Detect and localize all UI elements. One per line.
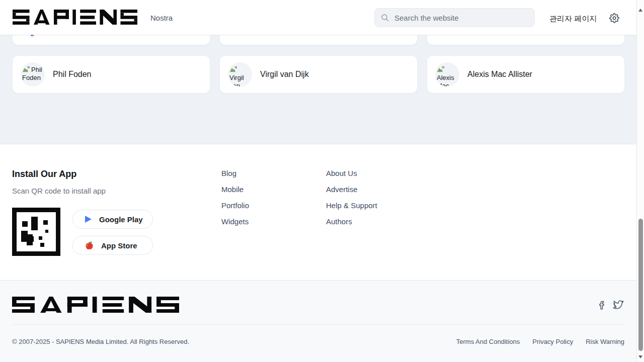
twitter-icon[interactable] bbox=[613, 300, 624, 312]
avatar: Virgil van Dijk bbox=[228, 62, 252, 86]
player-name: Alexis Mac Allister bbox=[467, 70, 532, 79]
privacy-link[interactable]: Privacy Policy bbox=[532, 338, 573, 345]
install-app-subtext: Scan QR code to install app bbox=[12, 187, 106, 195]
footer-link-help-support[interactable]: Help & Support bbox=[326, 201, 377, 210]
scroll-down-arrow-icon[interactable] bbox=[638, 355, 642, 358]
broken-image-icon bbox=[229, 66, 237, 72]
nav-link-nostra[interactable]: Nostra bbox=[150, 14, 173, 22]
scrollbar-thumb[interactable] bbox=[638, 219, 643, 351]
avatar-alt-text: Alexis Mac Allister bbox=[437, 74, 456, 86]
facebook-icon[interactable] bbox=[597, 300, 606, 312]
admin-page-link[interactable]: 관리자 페이지 bbox=[549, 14, 597, 24]
scrollbar[interactable] bbox=[636, 0, 644, 362]
clipped-broken-image-icon bbox=[31, 35, 34, 36]
avatar: Alexis Mac Allister bbox=[435, 62, 459, 86]
search-box[interactable] bbox=[374, 8, 535, 27]
site-logo[interactable]: SAPIENS bbox=[13, 10, 137, 27]
player-name: Virgil van Dijk bbox=[260, 70, 309, 79]
footer-logo[interactable]: SAPIENS bbox=[12, 297, 179, 315]
page: Phil Foden Phil Foden Virgil van Dijk Vi… bbox=[0, 0, 644, 362]
player-name: Phil Foden bbox=[53, 70, 92, 79]
footer-link-about-us[interactable]: About Us bbox=[326, 169, 357, 177]
play-icon bbox=[85, 216, 92, 223]
bottom-bar-background bbox=[0, 280, 636, 362]
footer-link-mobile[interactable]: Mobile bbox=[221, 185, 244, 194]
footer-link-advertise[interactable]: Advertise bbox=[326, 185, 358, 194]
footer-link-blog[interactable]: Blog bbox=[221, 169, 236, 177]
avatar: Phil Foden bbox=[21, 62, 45, 86]
copyright-text: © 2007-2025 - SAPIENS Media Limited. All… bbox=[12, 338, 189, 345]
gear-icon[interactable] bbox=[609, 13, 619, 23]
install-app-heading: Install Our App bbox=[12, 169, 76, 179]
site-header: SAPIENS Nostra 관리자 페이지 bbox=[0, 0, 636, 35]
google-play-label: Google Play bbox=[99, 215, 143, 224]
terms-link[interactable]: Terms And Conditions bbox=[456, 338, 520, 345]
search-input[interactable] bbox=[393, 13, 528, 23]
bottom-divider bbox=[12, 324, 624, 325]
search-icon bbox=[381, 14, 389, 22]
player-card[interactable]: Virgil van Dijk Virgil van Dijk bbox=[219, 55, 418, 94]
avatar-alt-text: Virgil van Dijk bbox=[229, 74, 244, 86]
footer-link-authors[interactable]: Authors bbox=[326, 217, 352, 226]
google-play-button[interactable]: Google Play bbox=[72, 210, 153, 229]
footer-link-widgets[interactable]: Widgets bbox=[221, 217, 249, 226]
broken-image-icon bbox=[22, 66, 30, 72]
apple-icon bbox=[85, 241, 94, 250]
app-store-label: App Store bbox=[101, 241, 137, 250]
player-card[interactable]: Alexis Mac Allister Alexis Mac Allister bbox=[427, 55, 625, 94]
footer-link-portfolio[interactable]: Portfolio bbox=[221, 201, 249, 210]
app-store-button[interactable]: App Store bbox=[72, 236, 153, 255]
qr-code bbox=[12, 208, 60, 256]
legal-links: Terms And Conditions Privacy Policy Risk… bbox=[456, 338, 624, 345]
risk-link[interactable]: Risk Warning bbox=[586, 338, 624, 345]
scroll-up-arrow-icon[interactable] bbox=[638, 9, 642, 12]
broken-image-icon bbox=[437, 66, 445, 72]
player-card[interactable]: Phil Foden Phil Foden bbox=[12, 55, 210, 94]
